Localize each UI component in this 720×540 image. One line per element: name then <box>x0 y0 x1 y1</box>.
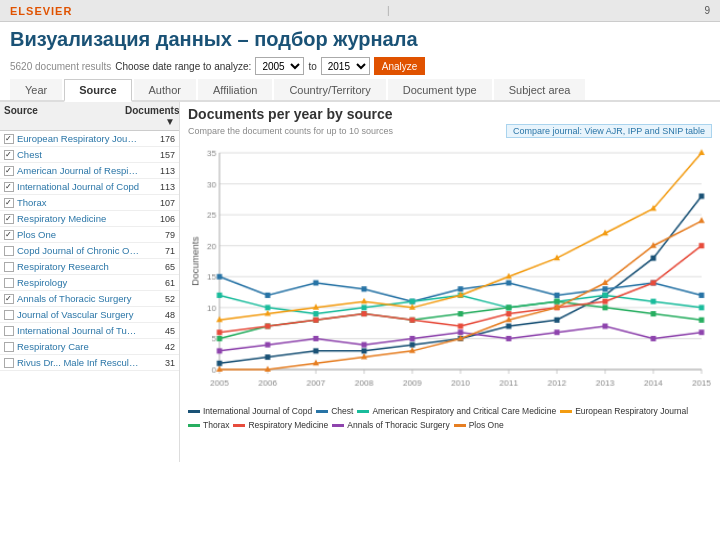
row-checkbox[interactable] <box>4 358 14 368</box>
legend-label: International Journal of Copd <box>203 406 312 416</box>
table-row[interactable]: Respiratory Medicine 106 <box>0 211 179 227</box>
doc-results-label: 5620 document results <box>10 61 111 72</box>
table-row[interactable]: Plos One 79 <box>0 227 179 243</box>
doc-count: 42 <box>140 342 175 352</box>
doc-count: 113 <box>140 166 175 176</box>
legend-item: Chest <box>316 406 353 416</box>
row-checkbox[interactable] <box>4 230 14 240</box>
tab-subject[interactable]: Subject area <box>494 79 586 100</box>
legend-item: Thorax <box>188 420 229 430</box>
analyze-button[interactable]: Analyze <box>374 57 426 75</box>
tab-affiliation[interactable]: Affiliation <box>198 79 272 100</box>
doc-count: 157 <box>140 150 175 160</box>
table-row[interactable]: Copd Journal of Chronic Obstru... 71 <box>0 243 179 259</box>
compare-button[interactable]: Compare journal: View AJR, IPP and SNIP … <box>506 124 712 138</box>
chart-canvas <box>188 142 712 402</box>
table-row[interactable]: Respiratory Research 65 <box>0 259 179 275</box>
col-source-header: Source <box>4 105 125 127</box>
row-checkbox[interactable] <box>4 278 14 288</box>
doc-count: 107 <box>140 198 175 208</box>
doc-count: 106 <box>140 214 175 224</box>
doc-count: 71 <box>140 246 175 256</box>
header: ELSEVIER | 9 <box>0 0 720 22</box>
table-row[interactable]: Thorax 107 <box>0 195 179 211</box>
chart-subtitle-text: Compare the document counts for up to 10… <box>188 126 393 136</box>
doc-count: 45 <box>140 326 175 336</box>
legend-color <box>233 424 245 427</box>
row-checkbox[interactable] <box>4 134 14 144</box>
legend-label: Chest <box>331 406 353 416</box>
legend-color <box>357 410 369 413</box>
row-checkbox[interactable] <box>4 182 14 192</box>
source-name: Chest <box>17 149 140 160</box>
legend-color <box>188 410 200 413</box>
page-title: Визуализация данных – подбор журнала <box>10 28 710 51</box>
source-name: International Journal of Copd <box>17 181 140 192</box>
row-checkbox[interactable] <box>4 150 14 160</box>
row-checkbox[interactable] <box>4 198 14 208</box>
row-checkbox[interactable] <box>4 214 14 224</box>
source-name: Respiratory Research <box>17 261 140 272</box>
table-row[interactable]: American Journal of Respiratory... 113 <box>0 163 179 179</box>
source-name: Respiratory Care <box>17 341 140 352</box>
table-row[interactable]: International Journal of Tubercu... 45 <box>0 323 179 339</box>
source-name: Respiratory Medicine <box>17 213 140 224</box>
brand-logo: ELSEVIER <box>10 5 72 17</box>
main-content: Source Documents ▼ European Respiratory … <box>0 102 720 462</box>
tabs-bar: Year Source Author Affiliation Country/T… <box>0 79 720 102</box>
row-checkbox[interactable] <box>4 310 14 320</box>
doc-count: 48 <box>140 310 175 320</box>
page-number: 9 <box>704 5 710 16</box>
tab-author[interactable]: Author <box>134 79 196 100</box>
chart-legend: International Journal of CopdChestAmeric… <box>188 404 712 430</box>
row-checkbox[interactable] <box>4 166 14 176</box>
table-row[interactable]: Respirology 61 <box>0 275 179 291</box>
table-header: Source Documents ▼ <box>0 102 179 131</box>
doc-count: 31 <box>140 358 175 368</box>
legend-color <box>332 424 344 427</box>
source-name: International Journal of Tubercu... <box>17 325 140 336</box>
legend-item: European Respiratory Journal <box>560 406 688 416</box>
source-name: Annals of Thoracic Surgery <box>17 293 140 304</box>
legend-color <box>316 410 328 413</box>
table-row[interactable]: Journal of Vascular Surgery 48 <box>0 307 179 323</box>
tab-source[interactable]: Source <box>64 79 131 102</box>
legend-label: American Respiratory and Critical Care M… <box>372 406 556 416</box>
doc-count: 61 <box>140 278 175 288</box>
tab-country[interactable]: Country/Territory <box>274 79 385 100</box>
year-to-select[interactable]: 2015 2014 <box>321 57 370 75</box>
legend-item: Respiratory Medicine <box>233 420 328 430</box>
source-name: American Journal of Respiratory... <box>17 165 140 176</box>
table-row[interactable]: Chest 157 <box>0 147 179 163</box>
source-name: European Respiratory Journal <box>17 133 140 144</box>
row-checkbox[interactable] <box>4 246 14 256</box>
year-from-select[interactable]: 2005 2006 2007 <box>255 57 304 75</box>
source-name: Plos One <box>17 229 140 240</box>
legend-color <box>560 410 572 413</box>
row-checkbox[interactable] <box>4 326 14 336</box>
source-name: Copd Journal of Chronic Obstru... <box>17 245 140 256</box>
table-row[interactable]: European Respiratory Journal 176 <box>0 131 179 147</box>
source-name: Thorax <box>17 197 140 208</box>
chart-panel: Documents per year by source Compare the… <box>180 102 720 462</box>
tab-doctype[interactable]: Document type <box>388 79 492 100</box>
doc-count: 65 <box>140 262 175 272</box>
table-row[interactable]: Respiratory Care 42 <box>0 339 179 355</box>
doc-count: 176 <box>140 134 175 144</box>
legend-label: Thorax <box>203 420 229 430</box>
table-row[interactable]: Annals of Thoracic Surgery 52 <box>0 291 179 307</box>
source-name: Respirology <box>17 277 140 288</box>
tab-year[interactable]: Year <box>10 79 62 100</box>
legend-color <box>454 424 466 427</box>
source-name: Journal of Vascular Surgery <box>17 309 140 320</box>
source-table-panel: Source Documents ▼ European Respiratory … <box>0 102 180 462</box>
legend-item: American Respiratory and Critical Care M… <box>357 406 556 416</box>
row-checkbox[interactable] <box>4 342 14 352</box>
row-checkbox[interactable] <box>4 294 14 304</box>
legend-label: Annals of Thoracic Surgery <box>347 420 449 430</box>
table-row[interactable]: International Journal of Copd 113 <box>0 179 179 195</box>
table-row[interactable]: Rivus Dr... Male Inf Resculo ... 31 <box>0 355 179 371</box>
legend-item: Annals of Thoracic Surgery <box>332 420 449 430</box>
choose-label: Choose date range to analyze: <box>115 61 251 72</box>
row-checkbox[interactable] <box>4 262 14 272</box>
